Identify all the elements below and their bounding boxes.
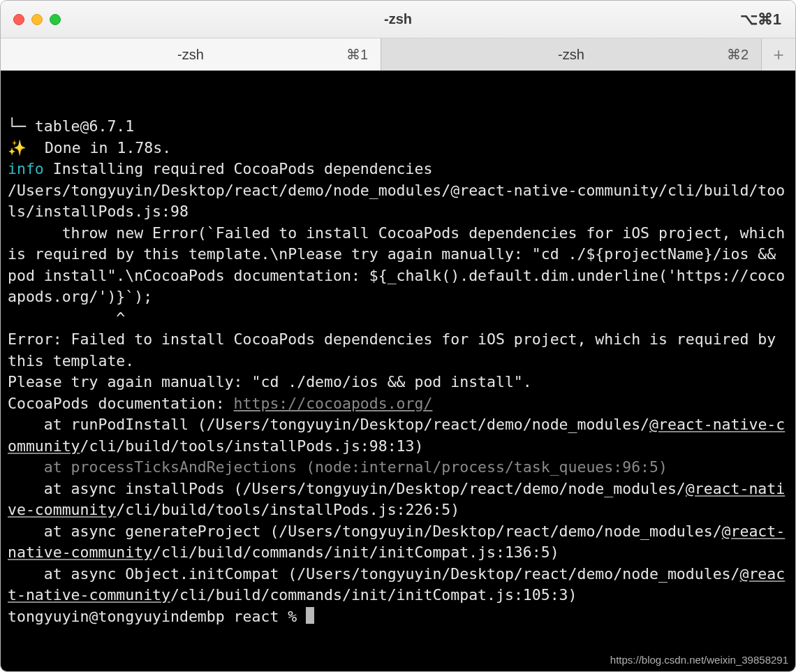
titlebar: -zsh ⌥⌘1 bbox=[1, 1, 795, 38]
add-tab-button[interactable]: + bbox=[762, 38, 795, 71]
terminal-line: at async Object.initCompat (/Users/tongy… bbox=[8, 564, 790, 606]
terminal-line: └─ table@6.7.1 bbox=[8, 116, 790, 138]
terminal-line: at async generateProject (/Users/tongyuy… bbox=[8, 521, 790, 564]
terminal-output[interactable]: └─ table@6.7.1✨ Done in 1.78s.info Insta… bbox=[1, 71, 795, 671]
terminal-text: at async installPods (/Users/tongyuyin/D… bbox=[8, 480, 686, 497]
terminal-text: Installing required CocoaPods dependenci… bbox=[44, 160, 433, 177]
terminal-line: CocoaPods documentation: https://cocoapo… bbox=[8, 393, 790, 415]
terminal-text: Done in 1.78s. bbox=[27, 139, 171, 156]
terminal-text: https://cocoapods.org/ bbox=[234, 395, 433, 412]
terminal-line: Please try again manually: "cd ./demo/io… bbox=[8, 372, 790, 393]
terminal-text: throw new Error(`Failed to install Cocoa… bbox=[8, 224, 794, 306]
terminal-text: CocoaPods documentation: bbox=[8, 395, 234, 412]
terminal-line: /Users/tongyuyin/Desktop/react/demo/node… bbox=[8, 180, 790, 223]
tab-zsh-1[interactable]: -zsh ⌘1 bbox=[1, 38, 381, 71]
terminal-text: /cli/build/tools/installPods.js:226:5) bbox=[116, 501, 459, 518]
terminal-text: at processTicksAndRejections (node:inter… bbox=[8, 458, 668, 476]
terminal-line: throw new Error(`Failed to install Cocoa… bbox=[8, 223, 790, 308]
terminal-text: /cli/build/commands/init/initCompat.js:1… bbox=[170, 586, 577, 604]
terminal-line: info Installing required CocoaPods depen… bbox=[8, 159, 790, 180]
tabbar: -zsh ⌘1 -zsh ⌘2 + bbox=[1, 38, 795, 71]
terminal-prompt: tongyuyin@tongyuyindembp react % bbox=[8, 608, 306, 625]
minimize-icon[interactable] bbox=[31, 14, 43, 25]
terminal-window: -zsh ⌥⌘1 -zsh ⌘1 -zsh ⌘2 + └─ table@6.7.… bbox=[0, 0, 796, 672]
tab-shortcut: ⌘2 bbox=[727, 46, 749, 63]
plus-icon: + bbox=[773, 44, 783, 66]
terminal-line: at runPodInstall (/Users/tongyuyin/Deskt… bbox=[8, 414, 790, 457]
terminal-text: └─ table@6.7.1 bbox=[8, 117, 134, 135]
watermark: https://blog.csdn.net/weixin_39858291 bbox=[610, 652, 788, 667]
zoom-icon[interactable] bbox=[50, 14, 61, 25]
terminal-text: ^ bbox=[8, 309, 125, 327]
window-title: -zsh bbox=[1, 11, 795, 27]
terminal-text: ✨ bbox=[8, 139, 27, 156]
terminal-text: Error: Failed to install CocoaPods depen… bbox=[8, 330, 785, 370]
cursor-icon bbox=[306, 607, 314, 624]
terminal-text: /cli/build/commands/init/initCompat.js:1… bbox=[152, 543, 559, 561]
terminal-text: at async generateProject (/Users/tongyuy… bbox=[8, 523, 722, 540]
terminal-text: at runPodInstall (/Users/tongyuyin/Deskt… bbox=[8, 416, 649, 433]
tab-zsh-2[interactable]: -zsh ⌘2 bbox=[381, 38, 762, 71]
terminal-prompt-line: tongyuyin@tongyuyindembp react % bbox=[8, 606, 790, 628]
traffic-lights bbox=[1, 14, 61, 25]
terminal-line: ✨ Done in 1.78s. bbox=[8, 138, 790, 159]
tab-shortcut: ⌘1 bbox=[346, 46, 368, 63]
terminal-text: /cli/build/tools/installPods.js:98:13) bbox=[80, 437, 424, 455]
terminal-line: ^ bbox=[8, 308, 790, 330]
terminal-text: /Users/tongyuyin/Desktop/react/demo/node… bbox=[8, 182, 785, 221]
terminal-text: Please try again manually: "cd ./demo/io… bbox=[8, 373, 532, 390]
terminal-text: at async Object.initCompat (/Users/tongy… bbox=[8, 565, 739, 583]
terminal-line: at processTicksAndRejections (node:inter… bbox=[8, 457, 790, 479]
terminal-text: info bbox=[8, 160, 44, 177]
tab-label: -zsh bbox=[558, 47, 584, 63]
tab-label: -zsh bbox=[177, 47, 204, 63]
terminal-line: at async installPods (/Users/tongyuyin/D… bbox=[8, 479, 790, 521]
close-icon[interactable] bbox=[13, 14, 24, 25]
window-shortcut: ⌥⌘1 bbox=[740, 10, 781, 29]
terminal-line: Error: Failed to install CocoaPods depen… bbox=[8, 329, 790, 372]
